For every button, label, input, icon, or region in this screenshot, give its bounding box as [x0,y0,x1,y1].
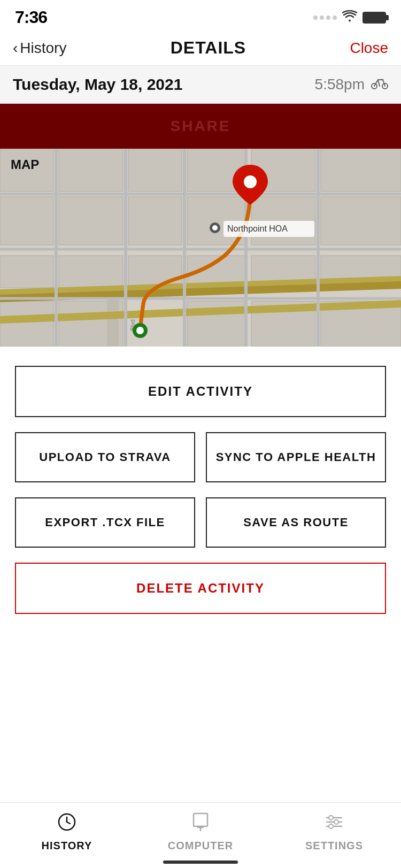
delete-activity-button[interactable]: DELETE ACTIVITY [15,563,386,614]
status-icons [313,10,386,25]
tab-settings[interactable]: SETTINGS [267,812,401,852]
computer-icon [192,812,209,836]
activity-date: Tuesday, May 18, 2021 [13,75,182,94]
tab-bar: HISTORY COMPUTER SETTINGS [0,802,401,868]
tab-computer[interactable]: COMPUTER [134,812,267,852]
svg-rect-11 [128,197,182,245]
signal-icon [313,16,337,20]
svg-rect-9 [0,197,53,245]
export-save-row: EXPORT .TCX FILE SAVE AS ROUTE [15,497,386,548]
svg-point-43 [212,225,218,231]
battery-icon [363,12,386,24]
buttons-section: EDIT ACTIVITY UPLOAD TO STRAVA SYNC TO A… [0,347,401,704]
svg-rect-26 [107,298,119,347]
date-right: 5:58pm [315,76,388,93]
svg-rect-16 [59,256,123,288]
back-arrow-icon: ‹ [13,40,18,57]
wifi-icon [342,10,357,25]
upload-sync-row: UPLOAD TO STRAVA SYNC TO APPLE HEALTH [15,432,386,482]
upload-strava-button[interactable]: UPLOAD TO STRAVA [15,432,195,482]
computer-tab-label: COMPUTER [168,840,233,852]
date-header: Tuesday, May 18, 2021 5:58pm [0,65,401,104]
export-tcx-button[interactable]: EXPORT .TCX FILE [15,497,195,548]
svg-point-56 [334,820,338,824]
bike-icon [371,76,388,93]
svg-point-40 [136,327,144,334]
share-bar[interactable]: SHARE [0,104,401,149]
settings-tab-label: SETTINGS [305,840,363,852]
svg-point-41 [244,175,257,188]
svg-point-55 [329,816,333,820]
nav-header: ‹ History DETAILS Close [0,33,401,65]
svg-rect-14 [321,197,401,245]
home-indicator [163,861,238,864]
history-icon [57,812,76,836]
svg-rect-17 [128,256,182,288]
save-route-button[interactable]: SAVE AS ROUTE [206,497,386,548]
svg-line-48 [67,822,70,824]
tab-history[interactable]: HISTORY [0,812,134,852]
svg-rect-15 [0,256,53,288]
svg-rect-8 [321,149,401,191]
status-time: 7:36 [15,7,47,27]
svg-rect-4 [59,149,123,191]
settings-icon [325,812,344,836]
svg-rect-5 [128,149,182,191]
sync-apple-health-button[interactable]: SYNC TO APPLE HEALTH [206,432,386,482]
map-label: MAP [11,157,39,172]
activity-time: 5:58pm [315,76,365,93]
svg-point-57 [329,824,333,828]
history-tab-label: HISTORY [42,840,92,852]
back-label: History [20,40,66,57]
share-label: SHARE [170,118,230,134]
svg-rect-10 [59,197,123,245]
edit-activity-button[interactable]: EDIT ACTIVITY [15,366,386,417]
status-bar: 7:36 [0,0,401,33]
svg-rect-21 [0,301,53,347]
page-title: DETAILS [171,38,246,58]
map-section: MAP Blvd [0,149,401,347]
svg-text:Northpoint HOA: Northpoint HOA [227,224,288,233]
back-button[interactable]: ‹ History [13,40,66,57]
close-button[interactable]: Close [350,40,388,57]
svg-rect-49 [194,813,207,826]
